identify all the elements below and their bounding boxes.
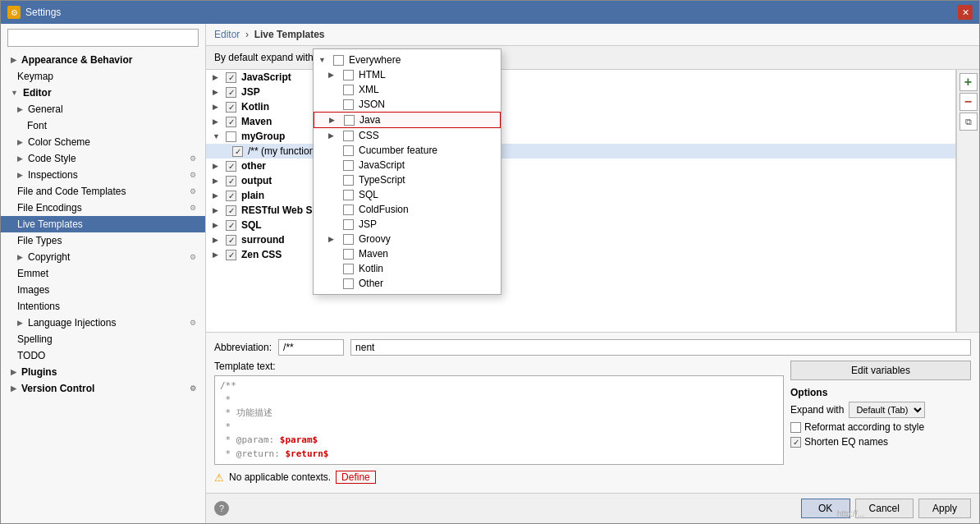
dd-checkbox-maven[interactable]: [343, 249, 354, 260]
help-button[interactable]: ?: [214, 501, 229, 516]
sidebar-item-general[interactable]: ▶ General: [1, 101, 205, 117]
checkbox-maven[interactable]: [226, 117, 236, 127]
sidebar-item-todo[interactable]: TODO: [1, 347, 205, 364]
chevron-down-icon: ▼: [213, 132, 221, 140]
dd-coldfusion[interactable]: ▶ ColdFusion: [314, 202, 501, 217]
sidebar-item-version-control[interactable]: ▶ Version Control ⚙: [1, 380, 205, 397]
sidebar-item-font[interactable]: Font: [1, 117, 205, 134]
sidebar-item-copyright[interactable]: ▶ Copyright ⚙: [1, 249, 205, 265]
dd-checkbox-jsp[interactable]: [343, 219, 354, 230]
warning-icon: ⚠: [214, 471, 224, 484]
dd-checkbox-sql[interactable]: [343, 190, 354, 200]
dd-checkbox-javascript[interactable]: [343, 160, 354, 171]
expand-label: By default expand with: [214, 52, 314, 63]
sidebar-item-images[interactable]: Images: [1, 282, 205, 298]
chevron-right-icon: ▶: [11, 384, 16, 393]
chevron-right-icon: ▶: [213, 117, 221, 126]
dd-checkbox-coldfusion[interactable]: [343, 205, 354, 215]
reformat-checkbox[interactable]: [790, 422, 801, 433]
close-button[interactable]: ✕: [958, 5, 973, 20]
dd-cucumber[interactable]: ▶ Cucumber feature: [314, 143, 501, 158]
sidebar-item-file-code-templates[interactable]: File and Code Templates ⚙: [1, 183, 205, 200]
chevron-right-icon: ▶: [328, 235, 338, 243]
dd-checkbox-everywhere[interactable]: [333, 55, 344, 66]
dd-jsp[interactable]: ▶ JSP: [314, 217, 501, 232]
abbreviation-label: Abbreviation:: [214, 342, 272, 353]
sidebar-item-emmet[interactable]: Emmet: [1, 265, 205, 282]
checkbox-surround[interactable]: [226, 235, 236, 246]
template-text-area[interactable]: /** * * 功能描述 * * @param: $param$ * @retu…: [214, 375, 784, 465]
checkbox-other[interactable]: [226, 161, 236, 172]
content-area: ▶ Appearance & Behavior Keymap ▼ Editor …: [1, 24, 979, 523]
checkbox-mygroup[interactable]: [226, 131, 236, 142]
dd-checkbox-cucumber[interactable]: [343, 145, 354, 156]
remove-template-button[interactable]: −: [959, 93, 978, 111]
dd-sql[interactable]: ▶ SQL: [314, 187, 501, 202]
dd-checkbox-xml[interactable]: [343, 85, 354, 95]
checkbox-restful[interactable]: [226, 205, 236, 216]
sidebar-item-live-templates[interactable]: Live Templates: [1, 216, 205, 232]
add-template-button[interactable]: +: [959, 73, 978, 91]
dd-checkbox-typescript[interactable]: [343, 175, 354, 186]
abbreviation-input[interactable]: [278, 339, 344, 356]
dd-css[interactable]: ▶ CSS: [314, 128, 501, 143]
dd-checkbox-java[interactable]: [344, 115, 355, 126]
sidebar-item-keymap[interactable]: Keymap: [1, 68, 205, 85]
sidebar-item-inspections[interactable]: ▶ Inspections ⚙: [1, 167, 205, 183]
checkbox-kotlin[interactable]: [226, 102, 236, 113]
dd-html[interactable]: ▶ HTML: [314, 67, 501, 82]
search-input[interactable]: [7, 29, 199, 47]
sidebar-item-intentions[interactable]: Intentions: [1, 298, 205, 315]
sidebar-item-editor[interactable]: ▼ Editor: [1, 85, 205, 101]
checkbox-sql[interactable]: [226, 220, 236, 231]
apply-button[interactable]: Apply: [918, 499, 971, 518]
sidebar-item-color-scheme[interactable]: ▶ Color Scheme: [1, 134, 205, 150]
bottom-main-row: Template text: /** * * 功能描述 * * @param: …: [214, 361, 971, 486]
sidebar-item-lang-inject[interactable]: ▶ Language Injections ⚙: [1, 315, 205, 331]
breadcrumb: Editor › Live Templates: [206, 24, 979, 46]
copy-template-button[interactable]: ⧉: [959, 113, 978, 131]
checkbox-zen-css[interactable]: [226, 250, 236, 260]
dd-java[interactable]: ▶ Java: [314, 112, 501, 128]
dd-typescript[interactable]: ▶ TypeScript: [314, 172, 501, 187]
edit-variables-button[interactable]: Edit variables: [790, 361, 971, 380]
sidebar-item-code-style[interactable]: ▶ Code Style ⚙: [1, 150, 205, 167]
chevron-right-icon: ▶: [213, 103, 221, 111]
checkbox-mygroup-javadoc[interactable]: [232, 146, 243, 157]
dd-everywhere[interactable]: ▼ Everywhere: [314, 53, 501, 67]
sidebar-item-file-encodings[interactable]: File Encodings ⚙: [1, 200, 205, 216]
shorten-checkbox[interactable]: [790, 437, 801, 448]
dd-checkbox-html[interactable]: [343, 70, 354, 80]
abbreviation-row: Abbreviation:: [214, 339, 971, 356]
dd-groovy[interactable]: ▶ Groovy: [314, 232, 501, 246]
chevron-right-icon: ▶: [17, 319, 23, 327]
dd-checkbox-css[interactable]: [343, 131, 354, 141]
chevron-right-icon: ▶: [213, 88, 221, 96]
dd-kotlin[interactable]: ▶ Kotlin: [314, 261, 501, 276]
dd-checkbox-other[interactable]: [343, 278, 354, 289]
dd-maven[interactable]: ▶ Maven: [314, 246, 501, 261]
checkbox-plain[interactable]: [226, 191, 236, 201]
badge-icon: ⚙: [187, 251, 199, 263]
sidebar-item-file-types[interactable]: File Types: [1, 232, 205, 249]
sidebar-item-plugins[interactable]: ▶ Plugins: [1, 364, 205, 380]
no-context-row: ⚠ No applicable contexts. Define: [214, 468, 784, 486]
dd-checkbox-json[interactable]: [343, 99, 354, 110]
sidebar-item-spelling[interactable]: Spelling: [1, 331, 205, 347]
checkbox-output[interactable]: [226, 176, 236, 186]
no-context-text: No applicable contexts.: [229, 471, 331, 483]
checkbox-jsp[interactable]: [226, 87, 236, 98]
expand-with-select[interactable]: Default (Tab) Tab Enter Space: [849, 402, 925, 418]
dd-javascript[interactable]: ▶ JavaScript: [314, 158, 501, 172]
bottom-area: Abbreviation: Template text: /** * * 功能描…: [206, 332, 979, 493]
description-input[interactable]: [350, 339, 971, 356]
dd-checkbox-groovy[interactable]: [343, 234, 354, 245]
dd-xml[interactable]: ▶ XML: [314, 82, 501, 97]
sidebar-item-appearance[interactable]: ▶ Appearance & Behavior: [1, 52, 205, 68]
dd-checkbox-kotlin[interactable]: [343, 264, 354, 274]
dd-json[interactable]: ▶ JSON: [314, 97, 501, 112]
dd-other[interactable]: ▶ Other: [314, 276, 501, 291]
chevron-right-icon: ▶: [213, 206, 221, 214]
checkbox-javascript[interactable]: [226, 72, 236, 83]
define-link[interactable]: Define: [336, 471, 376, 484]
